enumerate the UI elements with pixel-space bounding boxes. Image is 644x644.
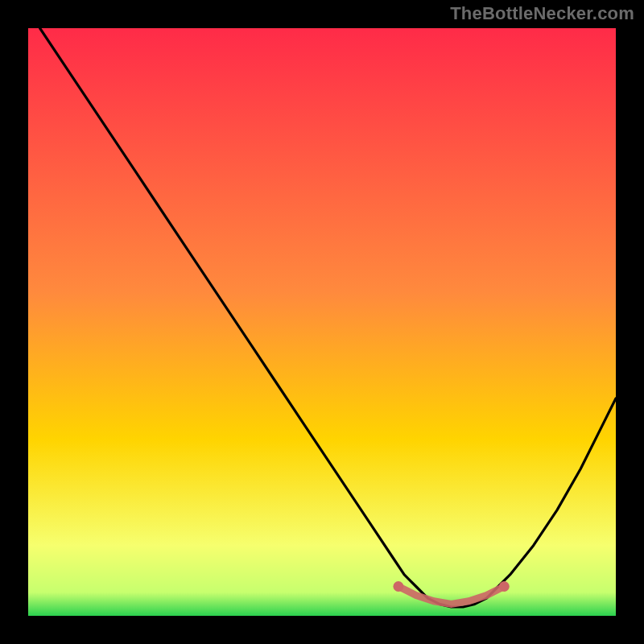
optimal-range-endpoint xyxy=(499,581,510,592)
plot-area xyxy=(28,28,616,616)
watermark-text: TheBottleNecker.com xyxy=(450,3,634,24)
chart-frame: TheBottleNecker.com xyxy=(0,0,644,644)
chart-svg xyxy=(28,28,616,616)
optimal-range-endpoint xyxy=(393,581,403,592)
gradient-background xyxy=(28,28,616,616)
